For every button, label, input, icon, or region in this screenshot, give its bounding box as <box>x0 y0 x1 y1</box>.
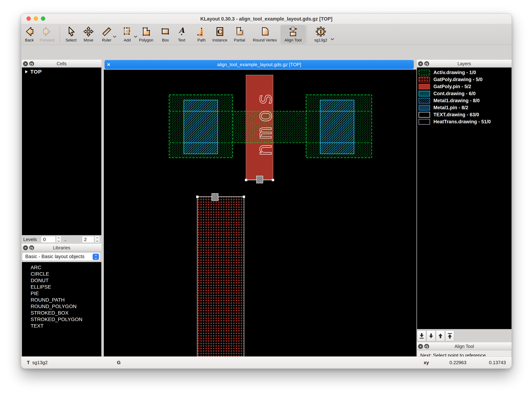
center-column: × align_tool_example_layout.gds.gz [TOP] <box>104 60 417 369</box>
box-button[interactable]: Box <box>156 25 175 44</box>
cell-tree-item-top[interactable]: TOP <box>22 68 101 76</box>
move-button[interactable]: Move <box>79 25 98 44</box>
library-item[interactable]: ELLIPSE <box>22 284 101 290</box>
partial-button[interactable]: Partial <box>229 25 249 44</box>
levels-row: Levels 0 .. 2 <box>22 236 102 243</box>
document-tab[interactable]: × align_tool_example_layout.gds.gz [TOP] <box>105 60 414 69</box>
layer-row[interactable]: TEXT.drawing - 63/0 <box>417 111 512 118</box>
arrow-down-to-bar-icon <box>419 333 425 339</box>
library-select-value: Basic - Basic layout objects <box>25 254 84 259</box>
layer-row[interactable]: HeatTrans.drawing - 51/0 <box>417 118 512 125</box>
technology-dropdown-chevron-icon[interactable] <box>330 38 334 40</box>
layer-row[interactable]: Cont.drawing - 6/0 <box>417 90 512 97</box>
back-icon <box>24 26 34 38</box>
align-reference-handle[interactable] <box>212 193 218 201</box>
layer-row[interactable]: GatPoly.drawing - 5/0 <box>417 76 512 83</box>
layer-row[interactable]: Metal1.drawing - 8/0 <box>417 97 512 104</box>
layer-move-toolbar <box>417 329 512 342</box>
text-button[interactable]: A Text <box>173 25 190 44</box>
titlebar: KLayout 0.30.3 - align_tool_example_layo… <box>21 14 512 24</box>
gatpoly-drawing-shape[interactable] <box>196 193 245 365</box>
svg-text:A: A <box>179 26 185 34</box>
cells-panel-title: Cells <box>22 60 102 68</box>
gatpoly-pin-swatch-icon <box>419 84 430 90</box>
move-layer-to-top-button[interactable] <box>445 330 454 341</box>
layers-panel-header: × Layers <box>417 60 512 67</box>
layers-panel-title: Layers <box>417 60 512 68</box>
technology-button[interactable]: T sg13g2 <box>310 25 332 44</box>
window-title: KLayout 0.30.3 - align_tool_example_layo… <box>21 14 512 24</box>
ruler-button[interactable]: Ruler <box>98 25 116 44</box>
align-tool-panel-header: × Align Tool <box>417 342 512 350</box>
round-vertex-icon <box>260 26 270 38</box>
library-item[interactable]: CIRCLE <box>22 271 101 277</box>
left-column: × Cells TOP Levels 0 .. 2 <box>22 60 102 369</box>
library-select-stepper-icon <box>93 254 99 260</box>
library-item[interactable]: ROUND_POLYGON <box>22 303 101 310</box>
coordinate-y-value: 0.13743 <box>489 360 506 365</box>
round-vertex-button[interactable]: Round Vertex <box>250 25 279 44</box>
library-items-list: ARC CIRCLE DONUT ELLIPSE PIE ROUND_PATH … <box>22 262 102 369</box>
screenshot-page: KLayout 0.30.3 - align_tool_example_layo… <box>0 0 532 393</box>
metal1-right-shape[interactable] <box>320 100 354 154</box>
cell-tree: TOP <box>22 67 102 235</box>
cells-panel-header: × Cells <box>22 60 102 67</box>
coordinate-label: xy <box>424 360 429 365</box>
arrow-down-icon <box>428 333 434 339</box>
technology-flag: T <box>27 360 30 365</box>
library-select[interactable]: Basic - Basic layout objects <box>22 253 100 261</box>
move-layer-down-button[interactable] <box>427 330 435 341</box>
polygon-icon <box>141 26 151 38</box>
layer-row[interactable]: Metal1.pin - 8/2 <box>417 104 512 111</box>
libraries-panel-title: Libraries <box>22 244 102 252</box>
gatpoly-drawing-swatch-icon <box>419 77 430 83</box>
expand-arrow-icon[interactable] <box>25 70 28 73</box>
select-button[interactable]: Select <box>62 25 80 44</box>
library-item[interactable]: PIE <box>22 290 101 297</box>
layer-row[interactable]: GatPoly.pin - 5/2 <box>417 83 512 90</box>
layout-canvas[interactable]: nmos <box>104 70 416 369</box>
polygon-button[interactable]: Polygon <box>136 25 156 44</box>
box-icon <box>160 26 171 38</box>
toolbar: Back Forward Select Move <box>21 24 512 45</box>
main-area: × Cells TOP Levels 0 .. 2 <box>21 45 512 357</box>
svg-text:T: T <box>319 29 323 35</box>
library-item[interactable]: ROUND_PATH <box>22 297 101 303</box>
align-panel-title: Align Tool <box>417 343 512 350</box>
instance-button[interactable]: C Instance <box>210 25 230 44</box>
move-layer-up-button[interactable] <box>436 330 445 341</box>
toolbar-separator <box>307 26 307 43</box>
back-button[interactable]: Back <box>21 25 38 44</box>
technology-name: sg13g2 <box>32 360 48 365</box>
library-item[interactable]: STROKED_BOX <box>22 310 101 316</box>
library-select-row: Basic - Basic layout objects <box>22 252 102 261</box>
layers-list: Activ.drawing - 1/0 GatPoly.drawing - 5/… <box>417 67 512 329</box>
level-from-stepper[interactable] <box>56 236 61 243</box>
add-button[interactable]: Add <box>118 25 136 44</box>
arrow-up-to-bar-icon <box>447 333 453 339</box>
toolbar-separator <box>60 26 60 43</box>
level-to-stepper[interactable] <box>95 236 100 243</box>
metal1-left-shape[interactable] <box>184 100 218 154</box>
align-reference-handle[interactable] <box>256 176 263 183</box>
levels-label: Levels <box>23 237 37 242</box>
move-layer-to-bottom-button[interactable] <box>417 330 426 341</box>
forward-button[interactable]: Forward <box>38 25 56 44</box>
align-tool-button[interactable]: Align Tool <box>280 25 306 44</box>
select-cursor-icon <box>66 26 76 38</box>
grid-flag: G <box>117 360 121 365</box>
library-item[interactable]: ARC <box>22 264 101 271</box>
layer-row[interactable]: Activ.drawing - 1/0 <box>417 69 512 76</box>
metal1-pin-swatch-icon <box>419 105 430 111</box>
forward-icon <box>42 26 52 38</box>
instance-icon: C <box>215 26 225 38</box>
library-item[interactable]: STROKED_POLYGON <box>22 316 101 323</box>
level-to-input[interactable]: 2 <box>82 236 94 243</box>
library-item[interactable]: TEXT <box>22 323 101 329</box>
path-button[interactable]: Path <box>192 25 210 44</box>
metal1-drawing-swatch-icon <box>419 98 430 104</box>
gate-text-label[interactable]: nmos <box>252 88 276 156</box>
library-item[interactable]: DONUT <box>22 277 101 284</box>
level-from-input[interactable]: 0 <box>41 236 55 243</box>
ruler-dropdown-chevron-icon[interactable] <box>113 35 117 38</box>
